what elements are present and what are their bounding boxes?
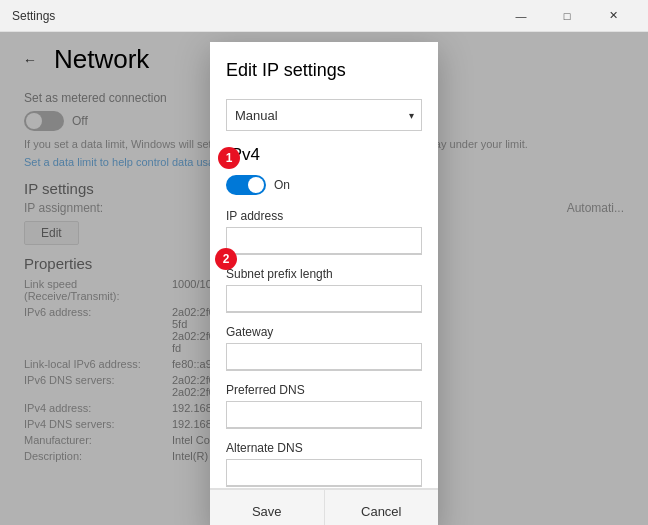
modal-footer: Save Cancel: [210, 488, 438, 525]
modal-header: Edit IP settings: [210, 42, 438, 91]
settings-window: Settings — □ ✕ ← Network Set as metered …: [0, 0, 648, 525]
window-controls: — □ ✕: [498, 0, 636, 32]
ipv4-toggle-label: On: [274, 178, 290, 192]
ip-address-label: IP address: [226, 209, 422, 223]
preferred-dns-input[interactable]: [226, 401, 422, 429]
badge-1: 1: [218, 147, 240, 169]
subnet-input[interactable]: [226, 285, 422, 313]
ipv4-toggle-wrapper: 2 On: [226, 175, 422, 195]
modal-title: Edit IP settings: [226, 60, 422, 81]
edit-ip-modal: Edit IP settings 1 Automatic (DHCP) Manu…: [210, 42, 438, 525]
minimize-button[interactable]: —: [498, 0, 544, 32]
ipv4-toggle-row: On: [226, 175, 422, 195]
dropdown-wrapper: 1 Automatic (DHCP) Manual ▾: [226, 99, 422, 131]
alternate-dns-label: Alternate DNS: [226, 441, 422, 455]
ip-address-input[interactable]: [226, 227, 422, 255]
gateway-label: Gateway: [226, 325, 422, 339]
save-button[interactable]: Save: [210, 489, 325, 525]
alternate-dns-input[interactable]: [226, 459, 422, 487]
content-area: ← Network Set as metered connection Off …: [0, 32, 648, 525]
title-bar: Settings — □ ✕: [0, 0, 648, 32]
ipv4-section: IPv4 2 On IP address: [226, 145, 422, 488]
modal-overlay: Edit IP settings 1 Automatic (DHCP) Manu…: [0, 32, 648, 525]
dropdown-container: Automatic (DHCP) Manual ▾: [226, 99, 422, 131]
ip-mode-select[interactable]: Automatic (DHCP) Manual: [226, 99, 422, 131]
ipv4-toggle[interactable]: [226, 175, 266, 195]
badge-2: 2: [215, 248, 237, 270]
cancel-button[interactable]: Cancel: [325, 489, 439, 525]
close-button[interactable]: ✕: [590, 0, 636, 32]
ipv4-heading: IPv4: [226, 145, 422, 165]
modal-body: 1 Automatic (DHCP) Manual ▾ IPv4: [210, 91, 438, 488]
subnet-label: Subnet prefix length: [226, 267, 422, 281]
window-title: Settings: [12, 9, 498, 23]
preferred-dns-label: Preferred DNS: [226, 383, 422, 397]
gateway-input[interactable]: [226, 343, 422, 371]
maximize-button[interactable]: □: [544, 0, 590, 32]
